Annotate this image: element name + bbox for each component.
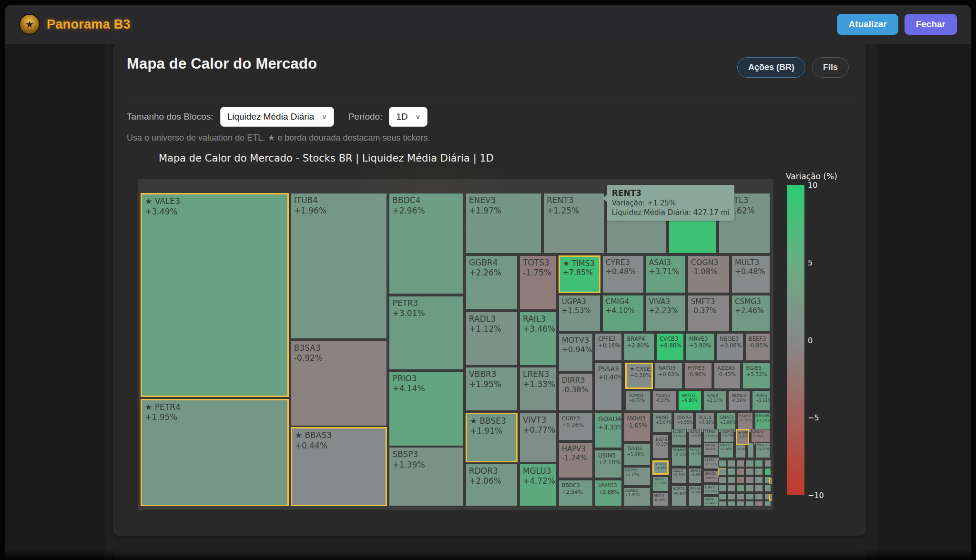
treemap-tile-SBSP3[interactable]: SBSP3+1.39% bbox=[389, 447, 464, 506]
treemap-tile-VIVT3[interactable]: VIVT3+0.77% bbox=[519, 413, 557, 462]
treemap-micro-tile[interactable] bbox=[737, 485, 745, 492]
treemap-tile-MDNE3[interactable]: MDNE3-0.19% bbox=[728, 391, 750, 411]
treemap-tile-UGPA3[interactable]: UGPA3+1.53% bbox=[559, 295, 600, 331]
treemap-tile-UNIP6[interactable]: UNIP6+2.49% bbox=[703, 497, 720, 506]
treemap-micro-tile[interactable] bbox=[755, 485, 763, 492]
treemap-tile-GGBR4[interactable]: GGBR4+2.26% bbox=[466, 255, 518, 310]
treemap-tile-CMIG4[interactable]: CMIG4+4.10% bbox=[602, 295, 644, 331]
treemap-tile-ITUB3[interactable]: ★ ITUB3+1.58% bbox=[652, 460, 669, 475]
update-button[interactable]: Atualizar bbox=[837, 14, 898, 35]
treemap-tile-DIRR3[interactable]: DIRR3-0.38% bbox=[559, 373, 593, 411]
treemap-tile-RADL3[interactable]: RADL3+1.12% bbox=[466, 312, 518, 366]
treemap-tile-BBDC4[interactable]: BBDC4+2.96% bbox=[389, 193, 464, 294]
treemap-micro-tile[interactable] bbox=[718, 493, 726, 500]
tab-acoes-br[interactable]: Ações (BR) bbox=[737, 57, 805, 78]
treemap-tile-VIVA3[interactable]: VIVA3+2.23% bbox=[646, 295, 686, 331]
treemap-micro-tile[interactable] bbox=[755, 493, 763, 500]
treemap-tile-LREN3[interactable]: LREN3+1.33% bbox=[519, 367, 557, 411]
treemap-tile-CURY3[interactable]: CURY3+0.26% bbox=[559, 413, 593, 440]
treemap-micro-tile[interactable] bbox=[718, 477, 726, 484]
treemap-tile-BBDC3[interactable]: BBDC3+2.54% bbox=[559, 480, 593, 506]
treemap-tile-ANIM3[interactable]: ANIM3+1.04% bbox=[652, 413, 672, 433]
treemap-tile-RAPT4[interactable]: RAPT4+0.93% bbox=[671, 486, 687, 506]
period-select[interactable]: 1D ∨ bbox=[389, 107, 427, 127]
treemap-micro-tile[interactable] bbox=[746, 485, 754, 492]
treemap-tile-GGPS3[interactable]: GGPS3+1.17% bbox=[624, 467, 651, 485]
treemap-tile-SLCE3[interactable]: SLCE3+1.65% bbox=[671, 429, 687, 445]
treemap-tile-PSSA3[interactable]: PSSA3+0.40% bbox=[595, 363, 622, 411]
treemap-micro-tile[interactable] bbox=[746, 501, 754, 506]
treemap-tile-ISAE4[interactable]: ISAE4+2.14% bbox=[703, 391, 727, 411]
treemap-tile-SMFT3[interactable]: SMFT3-0.37% bbox=[688, 295, 730, 331]
treemap-tile-NEOE3[interactable]: NEOE3+0.06% bbox=[716, 333, 743, 361]
treemap-micro-tile[interactable] bbox=[755, 501, 763, 506]
treemap-tile-TEND3[interactable]: TEND3+1.99% bbox=[624, 443, 651, 465]
treemap-micro-tile[interactable] bbox=[746, 460, 754, 467]
treemap-micro-tile[interactable] bbox=[764, 485, 771, 492]
treemap-micro-tile[interactable] bbox=[727, 460, 735, 467]
treemap-tile-BBAS3[interactable]: ★ BBAS3+0.44% bbox=[291, 427, 387, 506]
treemap-tile-AURE3[interactable]: AURE3+1.39% bbox=[624, 488, 651, 506]
treemap-tile-ASAI3[interactable]: ASAI3+3.71% bbox=[646, 255, 686, 293]
treemap-tile-RAIL3[interactable]: RAIL3+3.46% bbox=[519, 312, 557, 366]
treemap-micro-tile[interactable] bbox=[737, 468, 745, 475]
treemap-tile-POMO4[interactable]: POMO4+0.77% bbox=[625, 391, 651, 411]
treemap-tile-PNVL3[interactable]: PNVL3+1.57% bbox=[755, 442, 771, 458]
treemap-tile-PETR3[interactable]: PETR3+3.01% bbox=[389, 296, 464, 370]
treemap-tile-VAMO3[interactable]: VAMO3+3.88% bbox=[595, 480, 622, 506]
treemap-tile-BRSR6[interactable]: BRSR6+0.94% bbox=[689, 486, 701, 506]
treemap-micro-tile[interactable] bbox=[737, 493, 745, 500]
treemap-tile-ENEV3[interactable]: ENEV3+1.97% bbox=[466, 193, 541, 253]
treemap-micro-tile[interactable] bbox=[764, 468, 771, 475]
treemap-tile-GOAU4[interactable]: GOAU4+3.33% bbox=[595, 413, 622, 448]
treemap-tile-BBSE3[interactable]: ★ BBSE3+1.91% bbox=[466, 413, 518, 462]
treemap-tile-ABCB4[interactable]: ABCB4-0.43% bbox=[703, 442, 720, 456]
treemap-tile-PGMN3[interactable]: PGMN3+2.12% bbox=[671, 447, 687, 466]
treemap-micro-tile[interactable] bbox=[769, 478, 772, 485]
treemap-tile-TIMS3[interactable]: ★ TIMS3+7.85% bbox=[559, 255, 600, 293]
treemap-micro-tile[interactable] bbox=[764, 460, 771, 467]
close-button[interactable]: Fechar bbox=[905, 14, 957, 35]
treemap-tile-MOVI3[interactable]: MOVI3-1.65% bbox=[624, 413, 651, 442]
treemap-micro-tile[interactable] bbox=[746, 477, 754, 484]
treemap-tile-CSMG3[interactable]: CSMG3+2.46% bbox=[732, 295, 771, 331]
treemap-tile-MOTV3[interactable]: MOTV3+0.94% bbox=[559, 333, 593, 371]
treemap-micro-tile[interactable] bbox=[737, 460, 745, 467]
treemap-micro-tile[interactable] bbox=[737, 501, 745, 506]
tab-fiis[interactable]: FIIs bbox=[812, 57, 849, 78]
treemap-tile-SIMH3[interactable]: SIMH3+2.19% bbox=[652, 477, 669, 491]
treemap-micro-tile[interactable] bbox=[764, 501, 771, 506]
treemap-tile-JHSF3[interactable]: JHSF3-0.10% bbox=[652, 435, 669, 458]
treemap-micro-tile[interactable] bbox=[727, 493, 735, 500]
treemap-micro-tile[interactable] bbox=[746, 493, 754, 500]
treemap-tile-CXSE3[interactable]: ★ CXSE3+0.38% bbox=[625, 363, 653, 389]
treemap-tile-KEPL3[interactable]: ★ KEPL3-1.37% bbox=[736, 429, 749, 445]
treemap-tile-EGIE3[interactable]: EGIE3+3.52% bbox=[742, 363, 770, 389]
treemap-tile-TOTS3[interactable]: TOTS3-1.75% bbox=[519, 255, 557, 310]
treemap-tile-VULC3[interactable]: VULC3+0.78% bbox=[671, 468, 687, 484]
treemap-micro-tile[interactable] bbox=[755, 468, 763, 475]
treemap-micro-tile[interactable] bbox=[727, 485, 735, 492]
block-size-select[interactable]: Liquidez Média Diária ∨ bbox=[220, 107, 334, 127]
treemap-tile-VALE3[interactable]: ★ VALE3+3.49% bbox=[141, 193, 289, 397]
treemap-tile-RENT3[interactable]: RENT3+1.25% bbox=[543, 193, 605, 253]
treemap-tile-MRVE3[interactable]: MRVE3+3.90% bbox=[686, 333, 715, 361]
treemap-tile-SBFG3[interactable]: SBFG3+0.95% bbox=[689, 468, 701, 484]
treemap-micro-tile[interactable] bbox=[718, 468, 726, 475]
treemap-micro-tile[interactable] bbox=[718, 501, 726, 506]
treemap-tile-DXCO3[interactable]: DXCO3+2.46% bbox=[718, 442, 733, 458]
treemap-micro-tile[interactable] bbox=[727, 501, 735, 506]
treemap-tile-VBBR3[interactable]: VBBR3+1.95% bbox=[466, 367, 518, 411]
treemap-micro-tile[interactable] bbox=[718, 460, 726, 467]
treemap-tile-HAPV3[interactable]: HAPV3-1.24% bbox=[559, 442, 593, 478]
treemap-micro-tile[interactable] bbox=[755, 460, 763, 467]
treemap-tile-TUPY3[interactable]: TUPY3+1.25% bbox=[703, 485, 720, 495]
treemap-tile-RECV3[interactable]: RECV3-0.18% bbox=[652, 493, 669, 506]
treemap-micro-tile[interactable] bbox=[769, 494, 772, 501]
treemap-tile-ITUB4[interactable]: ITUB4+1.96% bbox=[291, 193, 387, 338]
treemap-micro-tile[interactable] bbox=[718, 485, 726, 492]
treemap-tile-BRAP4[interactable]: BRAP4+2.80% bbox=[624, 333, 655, 361]
treemap-tile-B3SA3[interactable]: B3SA3-0.92% bbox=[291, 341, 387, 426]
treemap-tile-RDOR3[interactable]: RDOR3+2.06% bbox=[466, 464, 518, 507]
treemap-tile-HYPE3[interactable]: HYPE3-0.96% bbox=[684, 363, 712, 389]
